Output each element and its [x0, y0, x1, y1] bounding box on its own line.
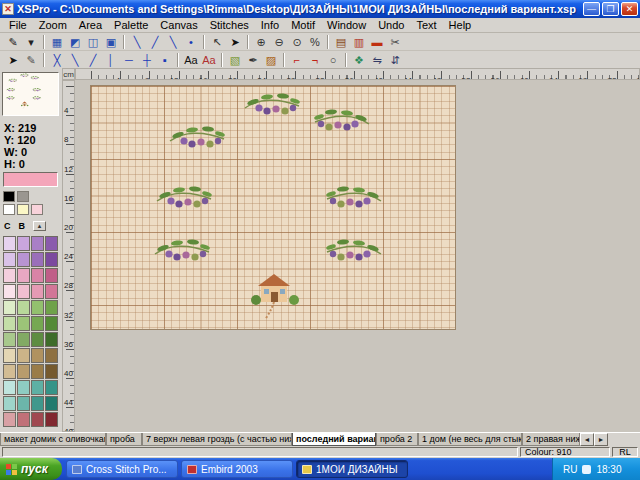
move-arrow-icon[interactable]: ↖	[208, 34, 226, 50]
palette-swatch[interactable]	[3, 316, 16, 331]
palette-swatch[interactable]	[45, 300, 58, 315]
palette-swatch[interactable]	[31, 396, 44, 411]
stitch-half-up-icon[interactable]: ╱	[84, 52, 102, 68]
close-button[interactable]: ✕	[621, 2, 638, 16]
menu-item-area[interactable]: Area	[73, 19, 108, 31]
zoom-actual-icon[interactable]: ⊙	[288, 34, 306, 50]
selected-color-swatch[interactable]	[3, 172, 58, 187]
palette-sort-button[interactable]: ▲	[33, 221, 46, 231]
design-preview[interactable]	[2, 72, 59, 116]
palette-swatch[interactable]	[17, 284, 30, 299]
color-swatch[interactable]	[17, 191, 29, 202]
design-tab[interactable]: проба 2	[376, 433, 418, 446]
palette-swatch[interactable]	[3, 252, 16, 267]
palette-swatch[interactable]	[45, 332, 58, 347]
backstitch-down-icon[interactable]: ╲	[128, 34, 146, 50]
tab-scroll-right[interactable]: ►	[594, 433, 608, 446]
scissors-icon[interactable]: ✂	[386, 34, 404, 50]
mirror-horizontal-icon[interactable]: ⇋	[368, 52, 386, 68]
palette-swatch[interactable]	[31, 332, 44, 347]
palette-swatch[interactable]	[45, 380, 58, 395]
menu-item-info[interactable]: Info	[255, 19, 285, 31]
taskbar-task[interactable]: 1МОИ ДИЗАЙНЫ	[296, 460, 408, 478]
tray-icon[interactable]	[582, 465, 591, 474]
palette-swatch[interactable]	[31, 252, 44, 267]
stitch-horizontal-icon[interactable]: ─	[120, 52, 138, 68]
palette-swatch[interactable]	[17, 364, 30, 379]
palette-swatch[interactable]	[3, 300, 16, 315]
stitch-grid[interactable]	[90, 85, 456, 330]
stitch-plus-icon[interactable]: ┼	[138, 52, 156, 68]
design-tab[interactable]: последний вариант	[292, 433, 376, 446]
ruler-toggle-icon[interactable]: ▬	[368, 34, 386, 50]
menu-item-text[interactable]: Text	[410, 19, 442, 31]
minimize-button[interactable]: —	[583, 2, 600, 16]
palette-swatch[interactable]	[31, 300, 44, 315]
menu-item-window[interactable]: Window	[321, 19, 372, 31]
palette-swatch[interactable]	[45, 252, 58, 267]
pencil-dropdown-icon[interactable]: ▾	[22, 34, 40, 50]
color-swatch[interactable]	[31, 204, 43, 215]
palette-swatch[interactable]	[45, 284, 58, 299]
petite-stitch-icon[interactable]: ▣	[102, 34, 120, 50]
palette-swatch[interactable]	[3, 268, 16, 283]
taskbar-task[interactable]: Embird 2003	[181, 460, 293, 478]
font-color-icon[interactable]: Aa	[200, 52, 218, 68]
design-tab[interactable]: проба	[106, 433, 142, 446]
color-swatch[interactable]	[3, 191, 15, 202]
palette-swatch[interactable]	[17, 332, 30, 347]
french-knot-icon[interactable]: •	[182, 34, 200, 50]
grid-toggle-icon[interactable]: ▤	[332, 34, 350, 50]
design-canvas[interactable]	[75, 80, 640, 432]
palette-swatch[interactable]	[31, 316, 44, 331]
palette-swatch[interactable]	[31, 268, 44, 283]
palette-swatch[interactable]	[17, 300, 30, 315]
palette-swatch[interactable]	[17, 412, 30, 427]
palette-swatch[interactable]	[17, 236, 30, 251]
design-tab[interactable]: 2 правая ниж гр...	[522, 433, 580, 446]
stitch-half-down-icon[interactable]: ╲	[66, 52, 84, 68]
palette-swatch[interactable]	[31, 364, 44, 379]
design-tab[interactable]: 7 верхн левая гроздь (с частью ниж ветки…	[142, 433, 292, 446]
palette-swatch[interactable]	[45, 364, 58, 379]
palette-swatch[interactable]	[17, 380, 30, 395]
clock[interactable]: 18:30	[596, 464, 621, 475]
palette-swatch[interactable]	[17, 268, 30, 283]
palette-swatch[interactable]	[3, 236, 16, 251]
stitch-cross-icon[interactable]: ╳	[48, 52, 66, 68]
taskbar-task[interactable]: Cross Stitch Pro...	[66, 460, 178, 478]
cursor-icon[interactable]: ➤	[4, 52, 22, 68]
menu-item-file[interactable]: File	[3, 19, 33, 31]
start-button[interactable]: пуск	[0, 458, 62, 480]
palette-swatch[interactable]	[3, 332, 16, 347]
motif-icon[interactable]: ❖	[350, 52, 368, 68]
menu-item-zoom[interactable]: Zoom	[33, 19, 73, 31]
palette-swatch[interactable]	[3, 348, 16, 363]
corner-left-icon[interactable]: ⌐	[288, 52, 306, 68]
menu-item-undo[interactable]: Undo	[372, 19, 410, 31]
palette-swatch[interactable]	[45, 412, 58, 427]
palette-icon[interactable]: ▧	[226, 52, 244, 68]
stitch-vertical-icon[interactable]: │	[102, 52, 120, 68]
quarter-stitch-icon[interactable]: ◫	[84, 34, 102, 50]
menu-item-motif[interactable]: Motif	[285, 19, 321, 31]
stitch-dot-icon[interactable]: ▪	[156, 52, 174, 68]
corner-right-icon[interactable]: ¬	[306, 52, 324, 68]
full-stitch-icon[interactable]: ▦	[48, 34, 66, 50]
design-tab[interactable]: макет домик с оливочками	[0, 433, 106, 446]
palette-swatch[interactable]	[45, 316, 58, 331]
zoom-in-icon[interactable]: ⊕	[252, 34, 270, 50]
palette-swatch[interactable]	[31, 348, 44, 363]
menu-item-palette[interactable]: Palette	[108, 19, 154, 31]
mirror-vertical-icon[interactable]: ⇵	[386, 52, 404, 68]
half-stitch-icon[interactable]: ◩	[66, 34, 84, 50]
title-bar[interactable]: ✕ XSPro - C:\Documents and Settings\Rimm…	[0, 0, 640, 18]
font-icon[interactable]: Aa	[182, 52, 200, 68]
maximize-button[interactable]: ❐	[602, 2, 619, 16]
circle-tool-icon[interactable]: ○	[324, 52, 342, 68]
palette-swatch[interactable]	[45, 268, 58, 283]
design-tab[interactable]: 1 дом (не весь для стыковки)	[418, 433, 522, 446]
pencil-tool-icon[interactable]: ✎	[4, 34, 22, 50]
palette-swatch[interactable]	[31, 380, 44, 395]
palette-swatch[interactable]	[17, 252, 30, 267]
